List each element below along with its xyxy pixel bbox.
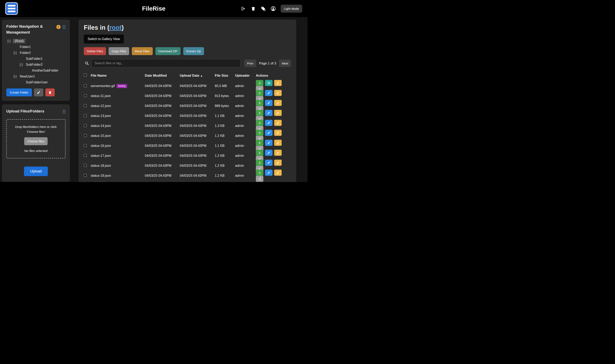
file-name[interactable]: status-13.json (91, 114, 111, 118)
file-name[interactable]: status-14.json (91, 124, 111, 128)
tree-item-root[interactable]: [-](Root) (6, 38, 65, 44)
logout-button[interactable] (241, 6, 246, 11)
download-button[interactable] (256, 169, 263, 176)
tree-label[interactable]: Folder2 (19, 51, 32, 55)
tree-item-subfolderuser[interactable]: SubFolderUser (6, 79, 65, 85)
row-checkbox[interactable] (84, 124, 87, 127)
root-folder-link[interactable]: root (109, 24, 122, 31)
tree-label[interactable]: SubFolder1 (25, 56, 43, 61)
rename-button[interactable] (274, 120, 282, 126)
copy-files-button[interactable]: Copy Files (109, 47, 129, 55)
tree-label[interactable]: (Root) (13, 39, 26, 43)
tree-item-anothersubfolder[interactable]: AnotherSubFolder (6, 67, 65, 73)
create-folder-button[interactable]: Create Folder (6, 89, 32, 96)
edit-button[interactable] (265, 100, 273, 106)
tree-item-folder1[interactable]: Folder1 (6, 44, 65, 50)
column-date-modified[interactable]: Date Modified (145, 74, 180, 78)
row-checkbox[interactable] (84, 94, 87, 97)
tree-label[interactable]: NewUser1 (19, 74, 36, 79)
tree-label[interactable]: SubFolderUser (25, 80, 49, 85)
row-checkbox[interactable] (84, 134, 87, 137)
rename-button[interactable] (274, 100, 282, 106)
tree-item-newuser1[interactable]: [-]NewUser1 (6, 73, 65, 79)
download-button[interactable] (256, 140, 263, 146)
switch-gallery-view-button[interactable]: Switch to Gallery View (84, 35, 124, 43)
column-uploader[interactable]: Uploader (235, 74, 256, 78)
edit-button[interactable] (265, 160, 273, 166)
share-button[interactable] (256, 176, 263, 182)
prev-page-button[interactable]: Prev (244, 60, 256, 67)
row-checkbox[interactable] (84, 144, 87, 147)
drag-handle-icon[interactable] (63, 25, 65, 29)
download-button[interactable] (256, 150, 263, 156)
file-name[interactable]: status-18.json (91, 164, 111, 168)
download-button[interactable] (256, 110, 263, 116)
column-upload-date[interactable]: Upload Date▲ (180, 74, 215, 78)
rename-folder-button[interactable] (34, 89, 43, 96)
delete-folder-button[interactable] (45, 89, 55, 96)
rename-button[interactable] (274, 150, 282, 156)
edit-button[interactable] (265, 90, 273, 96)
edit-button[interactable] (265, 169, 273, 176)
edit-button[interactable] (265, 110, 273, 116)
info-icon[interactable]: i (56, 25, 61, 29)
tree-toggle[interactable]: [-] (8, 39, 13, 43)
tree-toggle[interactable]: [-] (14, 51, 19, 55)
tree-toggle[interactable]: [-] (14, 75, 19, 78)
file-name[interactable]: servermonitor.gif (91, 84, 115, 88)
column-file-name[interactable]: File Name (91, 74, 145, 78)
row-checkbox[interactable] (84, 164, 87, 167)
row-checkbox[interactable] (84, 84, 87, 87)
row-checkbox[interactable] (84, 104, 87, 107)
items-per-page-select[interactable]: 10 (95, 182, 105, 182)
upload-button[interactable]: Upload (24, 167, 48, 176)
edit-button[interactable] (265, 150, 273, 156)
download-button[interactable] (256, 160, 263, 166)
delete-files-button[interactable]: Delete Files (84, 47, 106, 55)
move-files-button[interactable]: Move Files (132, 47, 153, 55)
file-name[interactable]: status-17.json (91, 154, 111, 158)
rename-button[interactable] (274, 80, 282, 86)
download-button[interactable] (256, 80, 263, 86)
tree-toggle[interactable]: [-] (20, 63, 25, 66)
download-button[interactable] (256, 130, 263, 136)
file-name[interactable]: status-12.json (91, 104, 111, 108)
trash-button[interactable] (251, 6, 256, 11)
tree-item-subfolder1[interactable]: SubFolder1 (6, 56, 65, 62)
next-page-button[interactable]: Next (279, 60, 291, 67)
search-button[interactable] (84, 61, 92, 65)
tag-manager-button[interactable] (261, 6, 266, 11)
row-checkbox[interactable] (84, 114, 87, 117)
column-file-size[interactable]: File Size (215, 74, 235, 78)
file-name[interactable]: status-19.json (91, 174, 111, 178)
rename-button[interactable] (274, 169, 282, 176)
rename-button[interactable] (274, 110, 282, 116)
tree-item-subfolder2[interactable]: [-]SubFolder2 (6, 62, 65, 67)
drag-handle-icon[interactable] (63, 110, 65, 114)
file-name[interactable]: status-16.json (91, 144, 111, 148)
choose-files-button[interactable]: Choose files (24, 137, 48, 145)
file-name[interactable]: status-11.json (91, 94, 111, 98)
tree-item-folder2[interactable]: [-]Folder2 (6, 50, 65, 56)
rename-button[interactable] (274, 140, 282, 146)
filerise-logo-icon[interactable] (5, 2, 18, 15)
edit-button[interactable] (265, 120, 273, 126)
rename-button[interactable] (274, 90, 282, 96)
tree-label[interactable]: Folder1 (19, 45, 32, 49)
user-menu-button[interactable] (271, 6, 276, 11)
rename-button[interactable] (274, 160, 282, 166)
extract-zip-button[interactable]: Extract Zip (183, 47, 204, 55)
file-name[interactable]: status-15.json (91, 134, 111, 138)
light-mode-button[interactable]: Light Mode (281, 5, 302, 13)
download-button[interactable] (256, 100, 263, 106)
download-zip-button[interactable]: Download ZIP (155, 47, 181, 55)
row-checkbox[interactable] (84, 154, 87, 157)
tree-label[interactable]: SubFolder2 (25, 63, 43, 67)
tree-label[interactable]: AnotherSubFolder (31, 68, 59, 73)
edit-button[interactable] (265, 140, 273, 146)
row-checkbox[interactable] (84, 174, 87, 177)
download-button[interactable] (256, 90, 263, 96)
edit-button[interactable] (265, 130, 273, 136)
search-input[interactable] (92, 59, 241, 67)
download-button[interactable] (256, 120, 263, 126)
